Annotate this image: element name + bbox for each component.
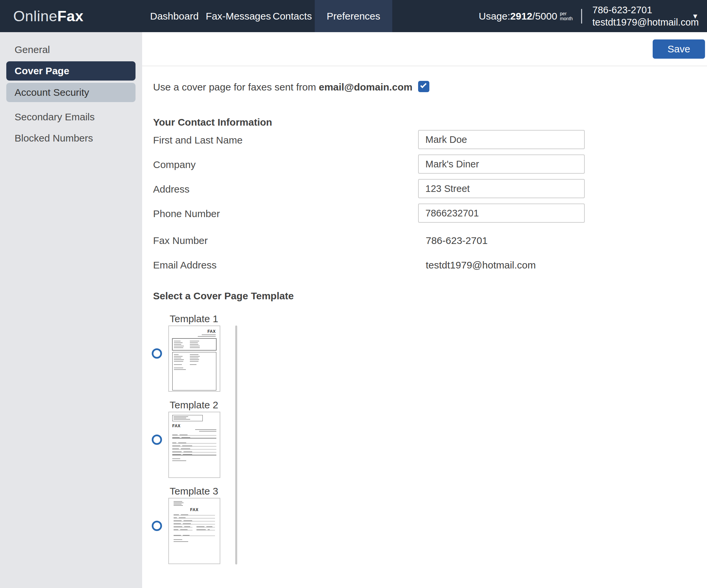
usage-indicator: Usage: 2912 /5000 per month — [479, 0, 573, 32]
sidebar-item-blocked-numbers[interactable]: Blocked Numbers — [0, 131, 142, 146]
phone-field-label: Phone Number — [153, 208, 220, 220]
divider — [142, 66, 707, 66]
sidebar-item-general[interactable]: General — [0, 42, 142, 57]
fax-number-label: Fax Number — [153, 235, 208, 246]
nav-item-preferences[interactable]: Preferences — [315, 0, 392, 32]
template-3-radio[interactable] — [152, 521, 162, 531]
thumb-field-lines — [174, 513, 215, 542]
fax-thumbnail-title: FAX — [169, 508, 220, 512]
onlinefax-preferences-page: OnlineFax Dashboard Fax-Messages Contact… — [0, 0, 707, 588]
nav-divider — [581, 9, 582, 24]
fax-thumbnail-title: FAX — [169, 329, 216, 333]
template-1-thumbnail[interactable]: FAX — [168, 326, 220, 392]
name-field[interactable] — [418, 130, 585, 149]
use-cover-page-checkbox[interactable] — [418, 81, 429, 92]
sidebar-item-label: Secondary Emails — [14, 111, 95, 123]
nav-item-label: Contacts — [273, 10, 312, 22]
template-3-thumbnail[interactable]: FAX — [168, 498, 220, 564]
email-address-value: testdt1979@hotmail.com — [426, 260, 536, 271]
usage-used: 2912 — [510, 10, 532, 22]
use-cover-page-label: Use a cover page for faxes sent from ema… — [153, 81, 412, 93]
usage-period: per month — [560, 11, 573, 21]
sidebar-item-label: Blocked Numbers — [14, 133, 93, 144]
template-1-radio[interactable] — [152, 348, 162, 359]
contact-info-heading: Your Contact Information — [153, 117, 272, 128]
template-2-label: Template 2 — [170, 399, 218, 411]
account-phone: 786-623-2701 — [593, 4, 699, 16]
account-email: testdt1979@hotmail.com — [593, 16, 699, 29]
address-field[interactable] — [418, 179, 585, 198]
thumb-text-line — [195, 429, 216, 430]
thumb-sender-lines — [174, 501, 220, 506]
thumb-recipient-box — [172, 352, 216, 390]
save-button[interactable]: Save — [653, 39, 705, 59]
nav-item-label: Fax-Messages — [206, 10, 271, 22]
thumb-sender-box — [172, 415, 203, 421]
template-1-label: Template 1 — [170, 313, 218, 325]
top-navbar: OnlineFax Dashboard Fax-Messages Contact… — [0, 0, 707, 32]
cover-page-sender-email: email@domain.com — [319, 81, 412, 93]
name-field-label: First and Last Name — [153, 135, 242, 146]
template-2-thumbnail[interactable]: FAX — [168, 412, 220, 478]
thumb-field-lines — [172, 433, 216, 461]
nav-item-fax-messages[interactable]: Fax-Messages — [206, 0, 271, 32]
address-field-label: Address — [153, 184, 190, 195]
template-heading: Select a Cover Page Template — [153, 290, 294, 302]
nav-item-dashboard[interactable]: Dashboard — [150, 0, 199, 32]
usage-label: Usage: — [479, 10, 510, 22]
nav-item-label: Dashboard — [150, 10, 199, 22]
nav-item-label: Preferences — [327, 10, 380, 22]
sidebar-item-label: Cover Page — [14, 65, 69, 76]
fax-number-value: 786-623-2701 — [426, 235, 488, 246]
sidebar-item-account-security[interactable]: Account Security — [6, 83, 135, 102]
usage-limit: /5000 — [532, 10, 557, 22]
app-logo: OnlineFax — [13, 8, 83, 25]
thumb-text-line — [199, 431, 216, 431]
nav-item-contacts[interactable]: Contacts — [273, 0, 312, 32]
account-menu[interactable]: 786-623-2701 testdt1979@hotmail.com — [593, 4, 699, 29]
fax-thumbnail-title: FAX — [172, 424, 220, 428]
thumb-sender-box — [172, 338, 216, 350]
email-address-label: Email Address — [153, 260, 217, 271]
company-field-label: Company — [153, 159, 196, 170]
sidebar-item-label: General — [14, 44, 50, 55]
phone-field[interactable] — [418, 203, 585, 223]
sidebar-item-label: Account Security — [14, 87, 89, 98]
chevron-down-icon[interactable]: ▼ — [692, 12, 699, 20]
settings-sidebar: General Cover Page Account Security Seco… — [0, 32, 142, 588]
thumb-text-line — [202, 334, 216, 335]
template-3-label: Template 3 — [170, 486, 218, 497]
cover-page-settings-panel: Save Use a cover page for faxes sent fro… — [142, 32, 707, 588]
thumb-text-line — [198, 336, 216, 337]
sidebar-item-cover-page[interactable]: Cover Page — [6, 61, 135, 80]
company-field[interactable] — [418, 155, 585, 174]
logo-text-light: Online — [13, 8, 57, 25]
sidebar-item-secondary-emails[interactable]: Secondary Emails — [0, 109, 142, 125]
template-list-scrollbar[interactable] — [235, 326, 237, 564]
check-icon — [420, 82, 426, 88]
template-2-radio[interactable] — [152, 434, 162, 445]
logo-text-bold: Fax — [57, 8, 83, 25]
